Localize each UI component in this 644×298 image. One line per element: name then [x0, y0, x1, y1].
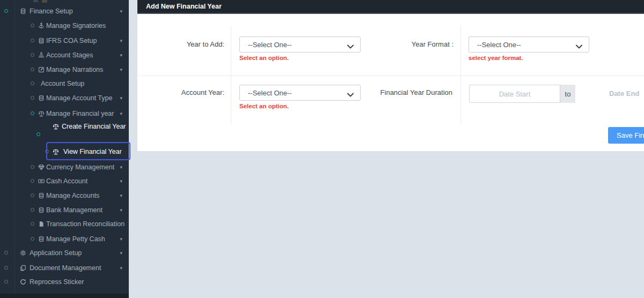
sidebar-item-manage-financial-year[interactable]: Manage Financial year▾ [0, 107, 129, 121]
bullet-icon [31, 68, 34, 71]
sidebar-item-label: Currency Management [46, 163, 114, 171]
sidebar-item-label: Finance Setup [30, 8, 73, 15]
sidebar-item-label: Manage Financial year [46, 110, 114, 117]
bullet-icon [4, 280, 8, 284]
sidebar-item-label: Account Setup [41, 80, 84, 87]
sidebar-item-label: View Financial Year [63, 148, 122, 155]
sidebar-item-label: IFRS COA Setup [46, 37, 97, 44]
panel-header: Add New Financial Year [137, 0, 644, 14]
sidebar-item-manage-narrations[interactable]: Manage Narrations▾ [0, 63, 129, 77]
caret-down-icon: ▾ [120, 250, 122, 256]
stages-icon [38, 52, 45, 58]
caret-down-icon: ▾ [120, 178, 122, 184]
sidebar-item-ifrs-coa-setup[interactable]: IFRS COA Setup▾ [0, 34, 129, 48]
save-financial-year-button[interactable]: Save Financial Year [608, 127, 644, 144]
sidebar-item-label: Bank Management [46, 206, 103, 214]
gear-icon [20, 250, 26, 256]
bullet-icon [31, 24, 34, 27]
sidebar-item-transaction-reconciliation[interactable]: Transaction Reconciliation [0, 217, 129, 231]
account-year-selected-value: --Select One-- [248, 89, 292, 97]
sidebar-item-manage-petty-cash[interactable]: Manage Petty Cash▾ [0, 232, 129, 246]
sidebar-item-create-financial-year[interactable]: Create Financial Year [0, 121, 129, 143]
sidebar-item-document-management[interactable]: Document Management▾ [0, 261, 129, 275]
sidebar-item-label: Document Management [30, 264, 101, 272]
caret-down-icon: ▾ [120, 165, 122, 170]
scale-icon [38, 110, 45, 117]
year-to-add-select[interactable]: --Select One-- [239, 36, 361, 53]
bullet-icon [31, 179, 34, 183]
caret-down-icon: ▾ [120, 38, 122, 43]
caret-down-icon: ▾ [120, 95, 122, 101]
date-range-separator: to [560, 85, 575, 103]
bullet-icon [4, 251, 8, 255]
coins-icon [38, 236, 45, 242]
sidebar-item-account-stages[interactable]: Account Stages▾ [0, 48, 129, 62]
caret-down-icon: ▾ [120, 265, 122, 271]
bullet-icon [31, 111, 34, 115]
bullet-icon [31, 81, 34, 85]
partial-item-fragment [33, 0, 38, 2]
database-icon [38, 38, 45, 44]
sidebar-item-account-setup[interactable]: Account Setup [0, 77, 129, 91]
caret-down-icon: ▾ [120, 193, 122, 198]
scale-icon [53, 148, 59, 155]
coins-icon [38, 207, 45, 213]
sidebar-item-label: Cash Account [46, 177, 87, 185]
chevron-down-icon [347, 91, 354, 95]
sidebar-item-currency-management[interactable]: Currency Management▾ [0, 160, 129, 174]
sidebar-item-label: Manage Account Type [46, 94, 112, 102]
year-format-error: select year format. [469, 55, 523, 61]
account-year-error: Select an option. [239, 103, 289, 109]
account-year-label: Account Year: [137, 88, 224, 97]
sidebar-item-reprocess-sticker[interactable]: Reprocess Sticker [0, 275, 129, 289]
partial-item-icon-fragment [42, 0, 47, 3]
year-format-selected-value: --Select One-- [477, 41, 521, 49]
sidebar-item-manage-account-type[interactable]: Manage Account Type▾ [0, 91, 129, 105]
date-end-field[interactable]: Date End [609, 90, 639, 98]
sidebar-item-label: Manage Accounts [46, 192, 99, 199]
year-format-select[interactable]: --Select One-- [469, 36, 589, 53]
year-to-add-error: Select an option. [239, 55, 289, 61]
caret-down-icon: ▾ [120, 111, 122, 116]
sidebar-item-application-setup[interactable]: Application Setup▾ [0, 246, 129, 260]
sidebar-item-view-financial-year[interactable]: View Financial Year [0, 143, 129, 161]
sidebar: Finance Setup▾Manage SignatoriesIFRS COA… [0, 0, 129, 298]
bullet-icon [31, 53, 34, 57]
financial-year-duration-label: Financial Year Duration [363, 88, 452, 97]
sidebar-item-cash-account[interactable]: Cash Account▾ [0, 174, 129, 188]
caret-down-icon: ▾ [120, 236, 122, 242]
caret-down-icon: ▾ [120, 207, 122, 213]
bullet-icon [31, 237, 34, 241]
year-to-add-label: Year to Add: [137, 40, 224, 49]
account-year-select[interactable]: --Select One-- [239, 85, 361, 101]
bullet-icon [4, 266, 8, 270]
bullet-icon [36, 132, 40, 136]
file-icon [38, 221, 45, 227]
sidebar-item-label: Manage Narrations [46, 66, 103, 73]
coins-icon [38, 95, 45, 101]
edit-square-icon [38, 66, 45, 73]
sidebar-item-manage-signatories[interactable]: Manage Signatories [0, 19, 129, 33]
page-title: Add New Financial Year [146, 3, 222, 10]
sidebar-footer-strip [0, 294, 129, 298]
add-financial-year-form: Year to Add: --Select One-- Select an op… [137, 14, 644, 152]
date-start-input[interactable] [469, 85, 560, 103]
coins-icon [20, 8, 26, 14]
bullet-icon [31, 39, 34, 42]
bullet-icon [31, 208, 34, 212]
sidebar-item-label: Manage Petty Cash [46, 235, 105, 243]
chevron-down-icon [576, 42, 582, 47]
sidebar-item-bank-management[interactable]: Bank Management▾ [0, 203, 129, 217]
bullet-icon [45, 150, 49, 153]
sidebar-item-finance-setup[interactable]: Finance Setup▾ [0, 4, 129, 18]
gem-icon [38, 164, 45, 170]
scale-icon [53, 123, 59, 129]
bullet-icon [31, 193, 34, 197]
refresh-icon [20, 279, 26, 285]
bullet-icon [31, 165, 34, 169]
sidebar-item-label: Account Stages [46, 51, 93, 59]
sidebar-item-label: Manage Signatories [46, 22, 106, 29]
bullet-icon [4, 9, 8, 13]
sidebar-item-manage-accounts[interactable]: Manage Accounts▾ [0, 189, 129, 203]
caret-down-icon: ▾ [120, 67, 122, 72]
